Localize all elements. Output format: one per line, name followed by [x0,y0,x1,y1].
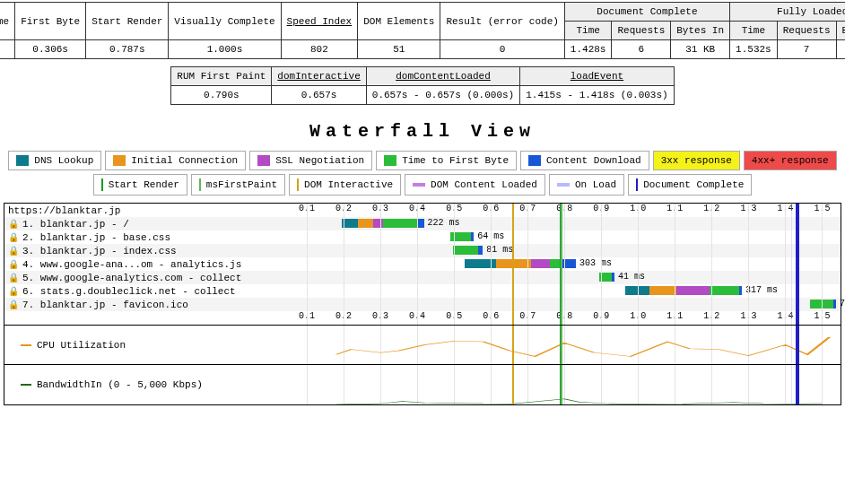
waterfall-request-row[interactable]: 🔒2. blanktar.jp - base.css64 ms [4,230,841,244]
v-full-req: 7 [777,40,836,59]
h-doc-bytes: Bytes In [671,22,730,40]
v-doc-time: 1.428s [564,40,612,59]
swatch-conn [113,155,126,166]
swatch-dcl [413,183,425,187]
swatch-dc [636,178,638,191]
legend-markers: Start Render msFirstPaint DOM Interactiv… [0,174,845,196]
swatch-dns [16,155,29,166]
v-first-byte: 0.306s [15,40,86,59]
waterfall-chart[interactable]: https://blanktar.jp 0.10.20.30.40.50.60.… [4,203,841,405]
h-load-time: Load Time [0,3,15,40]
v-load-evt: 1.415s - 1.418s (0.003s) [520,86,674,105]
request-duration: 317 ms [745,285,778,295]
request-label: 6. stats.g.doubleclick.net - collect [22,286,236,297]
request-label: 1. blanktar.jp - / [22,219,129,230]
h-visually-complete: Visually Complete [169,3,281,40]
waterfall-request-row[interactable]: 🔒1. blanktar.jp - /222 ms [4,217,841,230]
waterfall-request-row[interactable]: 🔒6. stats.g.doubleclick.net - collect317… [4,284,841,298]
h-rum-fp: RUM First Paint [171,67,272,86]
request-duration: 222 ms [428,218,460,228]
summary-table: Load Time First Byte Start Render Visual… [0,2,845,59]
timing-table: RUM First Paint domInteractive domConten… [170,66,674,105]
swatch-dl [528,155,541,166]
ticks-top: 0.10.20.30.40.50.60.70.80.91.01.11.21.31… [270,204,841,217]
lock-icon: 🔒 [8,300,19,310]
waterfall-request-row[interactable]: 🔒7. blanktar.jp - favicon.ico70 ms [4,298,841,311]
waterfall-request-row[interactable]: 🔒3. blanktar.jp - index.css81 ms [4,244,841,257]
ticks-bottom: 0.10.20.30.40.50.60.70.80.91.01.11.21.31… [270,311,841,325]
v-start-render: 0.787s [86,40,169,59]
v-doc-req: 6 [612,40,671,59]
waterfall-title: Waterfall View [0,121,845,142]
h-doc-req: Requests [612,22,671,40]
request-label: 4. www.google-ana...om - analytics.js [22,259,241,270]
h-result: Result (error code) [440,3,564,40]
waterfall-request-row[interactable]: 🔒5. www.google-analytics.com - collect41… [4,271,841,284]
h-fully-loaded: Fully Loaded [730,3,845,22]
swatch-fp [199,178,201,191]
h-first-byte: First Byte [15,3,86,40]
waterfall-url: https://blanktar.jp [4,205,270,216]
swatch-di [297,178,299,191]
h-speed-index[interactable]: Speed Index [281,3,358,40]
v-rum-fp: 0.790s [171,86,272,105]
swatch-3xx: 3xx response [653,151,740,170]
h-dom-int[interactable]: domInteractive [272,67,366,86]
request-duration: 303 ms [579,258,612,268]
v-dcl: 0.657s - 0.657s (0.000s) [366,86,519,105]
waterfall-requests: https://blanktar.jp 0.10.20.30.40.50.60.… [4,204,841,326]
lock-icon: 🔒 [8,246,19,256]
v-speed-index: 802 [281,40,358,59]
lock-icon: 🔒 [8,232,19,243]
swatch-ssl [257,155,270,166]
v-full-bytes: 42 KB [836,40,845,59]
v-visually-complete: 1.000s [169,40,281,59]
h-full-time: Time [730,22,778,40]
request-label: 3. blanktar.jp - index.css [22,246,177,256]
request-duration: 64 ms [477,231,504,241]
h-full-bytes: Bytes In [836,22,845,40]
v-result: 0 [440,40,564,59]
request-duration: 41 ms [618,272,645,282]
v-load-time: 1.428s [0,40,15,59]
request-label: 2. blanktar.jp - base.css [22,232,170,243]
waterfall-request-row[interactable]: 🔒4. www.google-ana...om - analytics.js30… [4,257,841,271]
v-dom-elements: 51 [358,40,440,59]
swatch-bw [21,384,31,386]
swatch-ol [557,183,570,187]
h-full-req: Requests [777,22,836,40]
h-doc-time: Time [564,22,612,40]
v-doc-bytes: 31 KB [671,40,730,59]
request-duration: 70 ms [840,299,845,308]
h-start-render: Start Render [86,3,169,40]
swatch-cpu [21,344,31,346]
cpu-utilization-chart: CPU Utilization [4,326,841,365]
lock-icon: 🔒 [8,219,19,230]
h-load-evt[interactable]: loadEvent [520,67,674,86]
v-dom-int: 0.657s [272,86,366,105]
request-duration: 81 ms [486,245,513,255]
lock-icon: 🔒 [8,273,19,283]
h-doc-complete: Document Complete [564,3,729,22]
request-label: 5. www.google-analytics.com - collect [22,273,241,283]
swatch-sr [101,178,103,191]
h-dcl[interactable]: domContentLoaded [366,67,519,86]
request-label: 7. blanktar.jp - favicon.ico [22,300,188,310]
swatch-4xx: 4xx+ response [744,151,837,170]
legend-phases: DNS Lookup Initial Connection SSL Negoti… [0,151,845,170]
lock-icon: 🔒 [8,259,19,270]
bandwidth-chart: BandwidthIn (0 - 5,000 Kbps) [4,365,841,404]
h-dom-elements: DOM Elements [358,3,440,40]
swatch-ttfb [384,155,396,166]
lock-icon: 🔒 [8,286,19,297]
v-full-time: 1.532s [730,40,778,59]
